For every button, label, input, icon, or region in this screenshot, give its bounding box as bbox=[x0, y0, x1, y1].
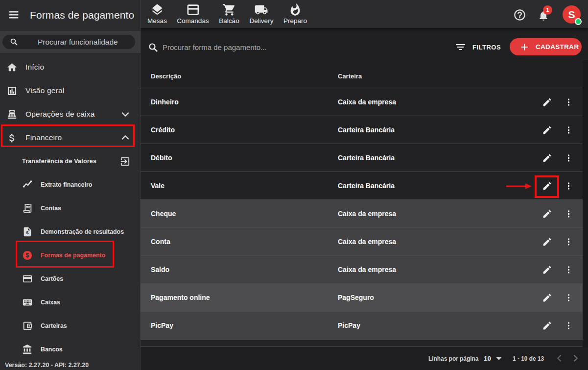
card-icon bbox=[186, 3, 200, 17]
edit-pencil-icon[interactable] bbox=[542, 265, 552, 275]
sidebar-header: Formas de pagamento bbox=[0, 0, 141, 28]
edit-pencil-icon[interactable] bbox=[542, 97, 552, 107]
page-title: Formas de pagamento bbox=[30, 9, 134, 21]
create-button[interactable]: CADASTRAR bbox=[510, 38, 582, 55]
timeline-icon bbox=[22, 179, 33, 190]
main-content: Procurar forma de pagamento... FILTROS C… bbox=[141, 28, 588, 370]
search-icon bbox=[9, 37, 19, 47]
more-options-icon[interactable] bbox=[564, 293, 573, 302]
topbar-item-4[interactable]: Preparo bbox=[283, 0, 307, 28]
flame-icon bbox=[288, 3, 302, 17]
edit-pencil-icon[interactable] bbox=[542, 153, 552, 163]
sidebar-search: Procurar funcionalidade bbox=[0, 31, 141, 53]
document-dollar-icon: $ bbox=[22, 226, 33, 237]
sidebar-subitem-0[interactable]: Extrato financeiro bbox=[0, 173, 141, 197]
sidebar-item-2[interactable]: Operações de caixa bbox=[0, 102, 141, 126]
more-options-icon[interactable] bbox=[564, 125, 573, 135]
sidebar-subitem-1[interactable]: Contas bbox=[0, 197, 141, 220]
sidebar-subitem-5[interactable]: Caixas bbox=[0, 291, 141, 314]
previous-page-icon[interactable] bbox=[553, 352, 565, 364]
table-search-input[interactable]: Procurar forma de pagamento... bbox=[163, 43, 267, 51]
sidebar-search-input[interactable]: Procurar funcionalidade bbox=[2, 35, 135, 49]
bar-chart-icon bbox=[6, 85, 18, 97]
exit-to-app-icon bbox=[119, 156, 131, 167]
help-icon[interactable] bbox=[513, 8, 526, 22]
plus-icon bbox=[519, 42, 529, 52]
sidebar-subitem-3[interactable]: $Formas de pagamento bbox=[0, 244, 141, 267]
sidebar-item-1[interactable]: Visão geral bbox=[0, 79, 141, 102]
truck-icon bbox=[255, 3, 268, 17]
next-page-icon[interactable] bbox=[570, 352, 582, 364]
more-options-icon[interactable] bbox=[564, 98, 573, 107]
home-icon bbox=[6, 62, 18, 73]
keyboard-icon bbox=[22, 297, 33, 308]
cash-register-icon bbox=[6, 109, 18, 120]
pagination-bar: Linhas por página 10 1 - 10 de 13 bbox=[141, 347, 588, 370]
rows-per-page-select[interactable]: 10 bbox=[484, 355, 491, 362]
search-icon bbox=[147, 42, 159, 53]
topbar-item-3[interactable]: Delivery bbox=[250, 0, 274, 28]
sidebar: Formas de pagamento Procurar funcionalid… bbox=[0, 0, 141, 370]
notification-badge: 1 bbox=[543, 5, 552, 15]
scrollbar-gutter bbox=[583, 60, 588, 347]
sidebar-search-placeholder: Procurar funcionalidade bbox=[38, 38, 118, 47]
column-header-carteira: Carteira bbox=[338, 73, 362, 80]
edit-pencil-icon[interactable] bbox=[542, 209, 552, 219]
dollar-icon bbox=[6, 132, 18, 144]
svg-text:$: $ bbox=[26, 230, 29, 235]
bank-icon bbox=[22, 344, 33, 355]
topbar: MesasComandasBalcãoDeliveryPreparo 1 S bbox=[141, 0, 588, 28]
sidebar-subitem-6[interactable]: Carteiras bbox=[0, 314, 141, 338]
table-row-Vale: ValeCarteira Bancária bbox=[141, 172, 583, 200]
edit-pencil-icon[interactable] bbox=[542, 237, 552, 247]
sidebar-divider bbox=[140, 0, 141, 370]
table-body: DinheiroCaixa da empresaCréditoCarteira … bbox=[141, 88, 583, 340]
topbar-item-1[interactable]: Comandas bbox=[177, 0, 209, 28]
sidebar-nav: InícioVisão geralOperações de caixaFinan… bbox=[0, 55, 141, 361]
sidebar-item-0[interactable]: Início bbox=[0, 55, 141, 79]
filters-button[interactable]: FILTROS bbox=[456, 40, 501, 54]
sidebar-item-3[interactable]: Financeiro bbox=[0, 126, 141, 149]
sidebar-group-header[interactable]: Transferência de Valores bbox=[0, 149, 141, 173]
layers-icon bbox=[150, 3, 164, 17]
more-options-icon[interactable] bbox=[564, 237, 573, 247]
table-header: Descrição Carteira bbox=[141, 60, 583, 88]
dropdown-arrow-icon[interactable] bbox=[494, 353, 504, 364]
more-options-icon[interactable] bbox=[564, 209, 573, 219]
chevron-down-icon bbox=[119, 108, 132, 121]
table-row-Conta: ContaCaixa da empresa bbox=[141, 228, 583, 256]
more-options-icon[interactable] bbox=[564, 181, 573, 191]
topbar-item-2[interactable]: Balcão bbox=[219, 0, 239, 28]
filter-icon bbox=[456, 44, 465, 50]
receipt-icon bbox=[22, 203, 33, 214]
table-row-Crédito: CréditoCarteira Bancária bbox=[141, 116, 583, 144]
table-row-PicPay: PicPayPicPay bbox=[141, 312, 583, 340]
table-row-Cheque: ChequeCaixa da empresa bbox=[141, 200, 583, 228]
rows-per-page-label: Linhas por página bbox=[428, 355, 478, 362]
table-row-Saldo: SaldoCaixa da empresa bbox=[141, 256, 583, 284]
sidebar-subitem-7[interactable]: Bancos bbox=[0, 338, 141, 361]
chevron-up-icon bbox=[119, 131, 132, 144]
menu-icon[interactable] bbox=[8, 9, 20, 21]
online-status-dot bbox=[575, 18, 582, 25]
more-options-icon[interactable] bbox=[564, 321, 573, 330]
edit-pencil-icon[interactable] bbox=[542, 321, 552, 331]
column-header-descricao: Descrição bbox=[151, 73, 181, 80]
sidebar-subitem-2[interactable]: $Demonstração de resultados bbox=[0, 220, 141, 244]
edit-pencil-icon[interactable] bbox=[542, 125, 552, 135]
shopping-cart-icon bbox=[222, 3, 236, 17]
edit-pencil-icon[interactable] bbox=[542, 181, 552, 191]
credit-card-icon bbox=[22, 273, 33, 284]
more-options-icon[interactable] bbox=[564, 265, 573, 274]
table-row-Débito: DébitoCarteira Bancária bbox=[141, 144, 583, 172]
table-row-Dinheiro: DinheiroCaixa da empresa bbox=[141, 88, 583, 116]
sidebar-subitem-4[interactable]: Cartões bbox=[0, 267, 141, 291]
table-row-Pagamento online: Pagamento onlinePagSeguro bbox=[141, 284, 583, 312]
version-text: Versão: 2.27.20 - API: 2.27.20 bbox=[5, 362, 89, 369]
more-options-icon[interactable] bbox=[564, 153, 573, 163]
topbar-item-0[interactable]: Mesas bbox=[147, 0, 167, 28]
table-bottom-strip bbox=[141, 340, 583, 347]
coin-dollar-icon: $ bbox=[22, 250, 33, 261]
edit-pencil-icon[interactable] bbox=[542, 293, 552, 303]
wallet-icon bbox=[22, 321, 33, 331]
